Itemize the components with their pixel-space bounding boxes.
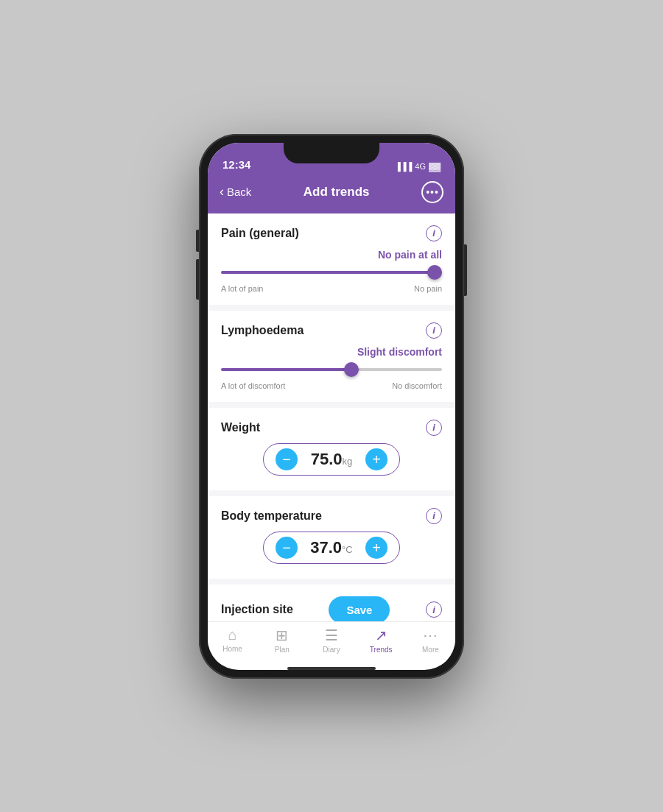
nav-label-trends: Trends <box>370 646 393 654</box>
pain-left-label: A lot of pain <box>221 284 264 293</box>
back-chevron-icon: ‹ <box>220 184 224 200</box>
status-icons: ▐▐▐ 4G ▓▓ <box>395 162 441 171</box>
pain-info-icon[interactable]: i <box>426 225 442 241</box>
nav-label-diary: Diary <box>323 646 340 654</box>
pain-value-label: No pain at all <box>221 249 442 261</box>
lymphoedema-title: Lymphoedema <box>221 324 304 337</box>
side-button-mute <box>196 230 199 252</box>
status-time: 12:34 <box>222 158 250 171</box>
temperature-value: 37.0°C <box>309 538 354 557</box>
weight-section: Weight i − 75.0kg + <box>208 408 455 490</box>
lymphoedema-info-icon[interactable]: i <box>426 322 442 339</box>
pain-labels: A lot of pain No pain <box>221 284 442 293</box>
home-indicator <box>287 667 376 670</box>
pain-section: Pain (general) i No pain at all A lot of… <box>208 213 455 305</box>
pain-slider[interactable] <box>221 265 442 280</box>
nav-item-plan[interactable]: ⊞ Plan <box>257 626 306 654</box>
bottom-nav: ⌂ Home ⊞ Plan ☰ Diary ↗ Trends ⋯ More <box>208 621 455 664</box>
lymphoedema-right-label: No discomfort <box>392 381 442 390</box>
weight-decrease-button[interactable]: − <box>276 448 298 470</box>
more-button[interactable]: ••• <box>421 181 443 203</box>
side-button-power <box>464 244 467 296</box>
temperature-unit: °C <box>342 544 353 555</box>
notch <box>284 143 379 163</box>
injection-title: Injection site <box>221 603 293 616</box>
weight-increase-button[interactable]: + <box>365 448 387 470</box>
temperature-decrease-button[interactable]: − <box>276 537 298 559</box>
temperature-section: Body temperature i − 37.0°C + <box>208 496 455 579</box>
lymphoedema-section: Lymphoedema i Slight discomfort A lot of… <box>208 311 455 402</box>
nav-label-plan: Plan <box>275 646 290 654</box>
plan-icon: ⊞ <box>276 626 288 644</box>
more-icon: ••• <box>426 186 439 198</box>
lymphoedema-value-label: Slight discomfort <box>221 346 442 358</box>
side-button-volume <box>196 259 199 300</box>
nav-label-more: More <box>422 646 439 654</box>
header: ‹ Back Add trends ••• <box>208 175 455 213</box>
temperature-header: Body temperature i <box>221 508 442 524</box>
nav-item-diary[interactable]: ☰ Diary <box>306 626 356 654</box>
nav-label-home: Home <box>222 645 242 653</box>
home-icon: ⌂ <box>228 626 237 643</box>
temperature-title: Body temperature <box>221 509 322 523</box>
weight-header: Weight i <box>221 420 442 436</box>
lymphoedema-header: Lymphoedema i <box>221 322 442 339</box>
diary-icon: ☰ <box>325 626 338 644</box>
weight-value: 75.0kg <box>309 450 354 469</box>
temperature-increase-button[interactable]: + <box>365 537 387 559</box>
phone-frame: 12:34 ▐▐▐ 4G ▓▓ ‹ Back Add trends ••• <box>199 134 464 679</box>
weight-unit: kg <box>343 456 353 467</box>
network-icon: 4G <box>415 162 426 171</box>
nav-item-trends[interactable]: ↗ Trends <box>357 626 406 654</box>
content-area: Pain (general) i No pain at all A lot of… <box>208 213 455 621</box>
more-nav-icon: ⋯ <box>423 626 438 644</box>
pain-thumb[interactable] <box>427 265 442 280</box>
save-button[interactable]: Save <box>329 596 390 621</box>
weight-info-icon[interactable]: i <box>426 420 442 436</box>
pain-header: Pain (general) i <box>221 225 442 241</box>
weight-stepper: − 75.0kg + <box>221 443 442 476</box>
pain-title: Pain (general) <box>221 227 299 240</box>
weight-title: Weight <box>221 421 260 434</box>
nav-item-more[interactable]: ⋯ More <box>406 626 455 654</box>
injection-info-icon[interactable]: i <box>426 601 442 618</box>
back-button[interactable]: ‹ Back <box>220 184 251 200</box>
lymphoedema-labels: A lot of discomfort No discomfort <box>221 381 442 390</box>
trends-icon: ↗ <box>375 626 387 644</box>
nav-item-home[interactable]: ⌂ Home <box>208 626 257 653</box>
signal-icon: ▐▐▐ <box>395 162 412 171</box>
lymphoedema-slider[interactable] <box>221 362 442 377</box>
phone-screen: 12:34 ▐▐▐ 4G ▓▓ ‹ Back Add trends ••• <box>208 143 455 670</box>
back-label: Back <box>227 186 251 198</box>
battery-icon: ▓▓ <box>429 162 441 171</box>
lymphoedema-left-label: A lot of discomfort <box>221 381 285 390</box>
injection-section: Injection site Save i Swelling & sensiti… <box>208 585 455 621</box>
weight-stepper-box: − 75.0kg + <box>263 443 400 476</box>
temperature-stepper-box: − 37.0°C + <box>263 532 400 564</box>
lymphoedema-thumb[interactable] <box>344 362 359 377</box>
injection-row: Injection site Save i <box>221 596 442 621</box>
temperature-stepper: − 37.0°C + <box>221 532 442 564</box>
page-title: Add trends <box>304 185 370 200</box>
temperature-info-icon[interactable]: i <box>426 508 442 524</box>
pain-right-label: No pain <box>414 284 442 293</box>
